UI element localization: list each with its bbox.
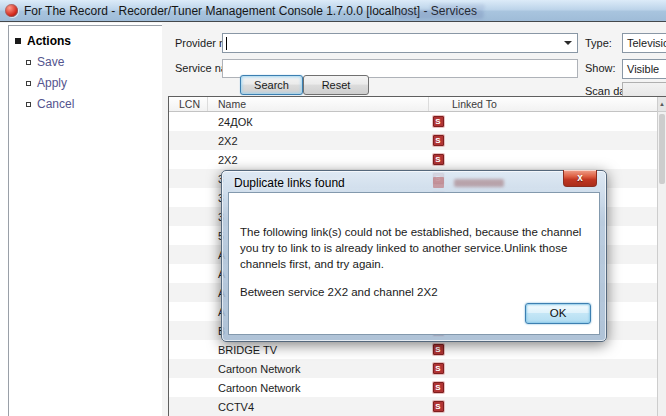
column-header-status[interactable] [429,97,447,111]
cell-name: Cartoon Network [208,382,429,394]
cell-status: S [429,401,447,412]
actions-header-label: Actions [27,34,71,48]
service-status-icon: S [433,401,444,412]
actions-panel: Actions Save Apply Cancel [8,25,162,416]
column-header-linked-to[interactable]: Linked To [447,97,657,111]
show-label: Show: [585,62,616,74]
table-row[interactable]: Cartoon NetworkS [169,359,657,378]
table-row[interactable]: Cartoon NetworkS [169,378,657,397]
ok-button[interactable]: OK [525,303,591,324]
cell-name: BRIDGE TV [208,344,429,356]
cancel-bullet-icon [26,102,31,107]
dialog-title: Duplicate links found [234,176,345,190]
table-row[interactable]: BRIDGE TVS [169,340,657,359]
dialog-body: The following link(s) could not be estab… [228,192,600,335]
cell-name: 2X2 [208,154,429,166]
provider-name-combobox[interactable] [222,33,578,53]
cell-name: 24ДОК [208,116,429,128]
sidebar-item-save[interactable]: Save [26,55,162,69]
service-status-icon: S [433,382,444,393]
service-status-icon: S [433,344,444,355]
search-button[interactable]: Search [240,75,303,95]
cell-status: S [429,154,447,165]
service-status-icon: S [433,154,444,165]
vertical-scrollbar[interactable]: ▲ [657,97,666,416]
table-row[interactable]: 2X2S [169,150,657,169]
dialog-detail: Between service 2X2 and channel 2X2 [240,286,583,298]
cell-status: S [429,116,447,127]
dialog-message: The following link(s) could not be estab… [240,224,583,272]
save-bullet-icon [26,60,31,65]
titlebar-watermark-2 [430,4,485,10]
table-row[interactable]: CCTV4S [169,397,657,416]
show-dropdown[interactable]: Visible [622,59,666,79]
save-link-label: Save [37,55,64,69]
window-titlebar[interactable]: For The Record - Recorder/Tuner Manageme… [0,0,666,22]
column-header-lcn[interactable]: LCN [169,97,208,111]
actions-sidebar: Actions Save Apply Cancel [0,23,162,416]
type-label: Type: [585,37,612,49]
table-header-row: LCN Name Linked To [169,97,657,112]
reset-criteria-button[interactable]: Reset Criteria [303,75,369,95]
sidebar-item-cancel[interactable]: Cancel [26,97,162,111]
column-header-name[interactable]: Name [208,97,429,111]
type-dropdown[interactable]: Television [622,33,666,53]
chevron-down-icon[interactable] [564,41,572,45]
actions-header: Actions [15,34,162,48]
cell-status: S [429,344,447,355]
service-status-icon: S [433,116,444,127]
table-row[interactable]: 2X2S [169,131,657,150]
scrollbar-thumb[interactable] [659,114,665,184]
scroll-up-icon[interactable]: ▲ [658,97,666,112]
glass-ghost-text [454,179,504,187]
glass-ghost-status-icon [433,177,444,188]
duplicate-links-dialog: Duplicate links found x The following li… [221,170,607,342]
cancel-link-label: Cancel [37,97,74,111]
apply-link-label: Apply [37,76,67,90]
apply-bullet-icon [26,81,31,86]
table-row[interactable]: 24ДОКS [169,112,657,131]
cell-status: S [429,363,447,374]
close-icon[interactable]: x [563,170,597,187]
cell-name: 2X2 [208,135,429,147]
cell-status: S [429,135,447,146]
sidebar-item-apply[interactable]: Apply [26,76,162,90]
cell-name: CCTV4 [208,401,429,413]
actions-bullet-icon [15,38,21,44]
cell-status: S [429,382,447,393]
cell-name: Cartoon Network [208,363,429,375]
text-caret [226,37,227,50]
service-status-icon: S [433,135,444,146]
service-status-icon: S [433,363,444,374]
titlebar-watermark [398,10,484,19]
app-icon [5,4,18,17]
